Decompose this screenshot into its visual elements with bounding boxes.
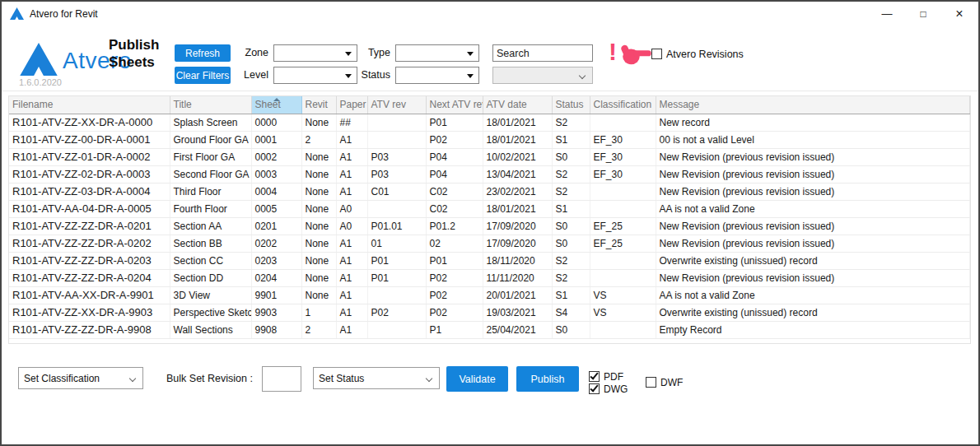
minimize-button[interactable]: — [873,2,901,26]
bulk-revision-input[interactable] [262,366,301,392]
column-header-classification[interactable]: Classification [590,96,656,114]
minimize-icon: — [882,7,893,20]
cell-filename: R101-ATV-ZZ-02-DR-A-0003 [9,165,170,183]
validate-button[interactable]: Validate [446,366,508,392]
cell-atv-rev [367,114,426,131]
cell-message: AA is not a valid Zone [656,200,970,217]
table-row[interactable]: R101-ATV-ZZ-XX-DR-A-9903Perspective Sket… [9,304,970,321]
cell-atv-rev: C01 [367,183,426,200]
sort-ascending-icon [273,98,280,101]
cell-sheet: 0004 [251,183,301,200]
cell-atv-date: 19/03/2021 [483,304,552,321]
cell-next-atv-rev: P02 [426,286,483,304]
cell-atv-rev: P03 [367,148,426,165]
secondary-dropdown[interactable] [492,67,593,84]
clear-filters-button[interactable]: Clear Filters [175,67,231,84]
cell-atv-rev: P01 [367,269,426,286]
table-row[interactable]: R101-ATV-ZZ-00-DR-A-0001Ground Floor GA0… [9,131,970,148]
dwf-checkbox[interactable]: DWF [646,374,683,389]
atvero-revisions-label: Atvero Revisions [666,49,744,60]
table-row[interactable]: R101-ATV-ZZ-ZZ-DR-A-0202Section BB0202No… [9,235,970,252]
type-label: Type [357,47,390,58]
checkmark-icon [590,371,598,380]
refresh-button[interactable]: Refresh [175,44,231,62]
status-label: Status [357,69,390,81]
dropdown-arrow-icon [467,52,474,56]
atvero-logo-icon [20,43,58,76]
cell-next-atv-rev: P02 [426,269,483,286]
column-header-message[interactable]: Message [656,96,970,114]
page-title: Publish Sheets [109,36,175,71]
cell-atv-rev [367,200,426,217]
table-row[interactable]: R101-ATV-ZZ-02-DR-A-0003Second Floor GA0… [9,165,970,183]
zone-dropdown[interactable] [273,44,357,62]
cell-paper: A1 [336,183,367,200]
cell-paper: A1 [336,321,367,338]
cell-classification: EF_30 [590,148,656,165]
cell-title: Perspective Sketch [170,304,251,321]
cell-paper: A1 [336,148,367,165]
set-status-dropdown[interactable]: Set Status [313,367,440,389]
cell-message: AA is not a valid Zone [656,286,970,304]
cell-sheet: 0204 [251,269,301,286]
table-row[interactable]: R101-ATV-ZZ-XX-DR-A-0000Splash Screen000… [9,114,970,131]
set-classification-dropdown[interactable]: Set Classification [18,367,143,389]
search-input[interactable] [492,44,593,62]
cell-message: New Revision (previous revision issued) [656,183,970,200]
chevron-down-icon [426,375,432,382]
maximize-button[interactable]: □ [909,2,937,26]
level-dropdown[interactable] [273,67,357,84]
cell-atv-rev: P01 [367,252,426,269]
cell-message: New Revision (previous revision issued) [656,269,970,286]
cell-paper: ## [336,114,367,131]
column-header-revit[interactable]: Revit [301,96,336,114]
cell-revit: None [301,252,336,269]
column-header-title[interactable]: Title [170,96,251,114]
cell-revit: None [301,217,336,235]
column-header-filename[interactable]: Filename [9,96,170,114]
close-button[interactable]: × [945,2,973,26]
table-row[interactable]: R101-ATV-ZZ-01-DR-A-0002First Floor GA00… [9,148,970,165]
cell-filename: R101-ATV-AA-04-DR-A-0005 [9,200,170,217]
table-row[interactable]: R101-ATV-ZZ-ZZ-DR-A-0201Section AA0201No… [9,217,970,235]
cell-paper: A0 [336,217,367,235]
type-dropdown[interactable] [395,44,479,62]
publish-button[interactable]: Publish [516,366,579,392]
cell-atv-date: 25/04/2021 [483,321,552,338]
cell-next-atv-rev: C02 [426,200,483,217]
app-window: Atvero for Revit — □ × Atvero 1.6.0.2020… [0,0,980,446]
table-row[interactable]: R101-ATV-AA-XX-DR-A-99013D View9901NoneA… [9,286,970,304]
cell-atv-date: 17/09/2020 [483,217,552,235]
maximize-icon: □ [920,8,926,20]
cell-atv-date: 13/04/2021 [483,165,552,183]
cell-filename: R101-ATV-ZZ-ZZ-DR-A-0202 [9,235,170,252]
dropdown-arrow-icon [345,74,352,78]
column-header-label: ATV date [487,99,527,110]
status-dropdown[interactable] [395,67,479,84]
table-row[interactable]: R101-ATV-ZZ-ZZ-DR-A-0204Section DD0204No… [9,269,970,286]
atvero-revisions-checkbox[interactable]: Atvero Revisions [651,46,744,61]
table-row[interactable]: R101-ATV-ZZ-03-DR-A-0004Third Floor0004N… [9,183,970,200]
titlebar[interactable]: Atvero for Revit — □ × [2,2,978,26]
column-header-atv-rev[interactable]: ATV rev [367,96,426,114]
column-header-atv-date[interactable]: ATV date [483,96,552,114]
cell-status: S2 [552,114,590,131]
column-header-status[interactable]: Status [552,96,590,114]
cell-paper: A1 [336,304,367,321]
column-header-next-atv-rev[interactable]: Next ATV rev [426,96,483,114]
toolbar-separator [2,91,978,91]
chevron-down-icon [129,375,136,382]
cell-paper: A1 [336,269,367,286]
cell-atv-rev: P01.01 [367,217,426,235]
table-row[interactable]: R101-ATV-ZZ-ZZ-DR-A-0203Section CC0203No… [9,252,970,269]
column-header-sheet[interactable]: Sheet [251,96,301,114]
cell-atv-rev: 01 [367,235,426,252]
cell-atv-date: 18/11/2020 [483,252,552,269]
set-status-value: Set Status [319,373,364,384]
column-header-paper[interactable]: Paper [336,96,367,114]
dwg-checkbox[interactable]: DWG [589,381,628,396]
table-row[interactable]: R101-ATV-AA-04-DR-A-0005Fourth Floor0005… [9,200,970,217]
cell-revit: None [301,269,336,286]
cell-filename: R101-ATV-ZZ-ZZ-DR-A-0204 [9,269,170,286]
table-row[interactable]: R101-ATV-ZZ-ZZ-DR-A-9908Wall Sections990… [9,321,970,338]
